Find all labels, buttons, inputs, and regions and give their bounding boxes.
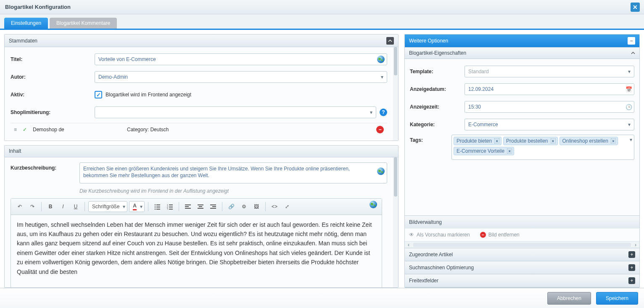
- expand-icon[interactable]: +: [628, 277, 635, 284]
- tag-label: Produkte bieten: [457, 138, 492, 144]
- svg-rect-19: [212, 206, 216, 207]
- fontsize-select[interactable]: Schriftgröße ▾: [88, 201, 127, 212]
- panel-header-seo[interactable]: Suchmaschinen Optimierung +: [405, 261, 639, 274]
- checkbox-aktiv[interactable]: ✓: [95, 91, 102, 98]
- expand-icon[interactable]: +: [628, 264, 635, 271]
- svg-point-2: [155, 206, 156, 207]
- cancel-button[interactable]: Abbrechen: [547, 292, 591, 305]
- label-tags: Tags:: [410, 135, 451, 143]
- chevron-down-icon: ▾: [628, 122, 631, 127]
- redo-button[interactable]: ↷: [27, 201, 38, 212]
- panel-bildverwaltung: Bildverwaltung 👁 Als Vorschau markieren …: [405, 215, 639, 248]
- align-left-button[interactable]: [182, 201, 193, 212]
- panel-header-weitere-optionen: Weitere Optionen −: [405, 35, 639, 47]
- label-shoplimitierung: Shoplimitierung:: [11, 109, 95, 115]
- input-titel[interactable]: [95, 53, 387, 65]
- italic-button[interactable]: I: [58, 201, 69, 212]
- collapse-button[interactable]: [386, 37, 394, 45]
- panel-header-inhalt: Inhalt: [5, 146, 398, 157]
- textarea-kurzbeschreibung[interactable]: [79, 162, 387, 183]
- tags-field[interactable]: ▾ Produkte bieten× Produkte bestellen× O…: [451, 135, 634, 160]
- fullscreen-button[interactable]: ⤢: [282, 201, 293, 212]
- panel-seo: Suchmaschinen Optimierung +: [405, 261, 639, 274]
- tag-remove-icon[interactable]: ×: [494, 138, 499, 143]
- tag-remove-icon[interactable]: ×: [551, 138, 556, 143]
- remove-image-button[interactable]: − Bild entfernen: [480, 232, 520, 238]
- svg-rect-20: [210, 208, 216, 209]
- input-anzeigedatum[interactable]: [465, 83, 634, 95]
- horizontal-scrollbar[interactable]: ‹ ›: [405, 241, 639, 248]
- combo-kategorie[interactable]: E-Commerce ▾: [465, 119, 634, 130]
- chevron-down-icon: ▾: [630, 137, 632, 143]
- right-column: Weitere Optionen − Blogartikel-Eigenscha…: [404, 34, 640, 288]
- svg-rect-16: [199, 206, 202, 207]
- align-center-button[interactable]: [195, 201, 206, 212]
- scrollbar[interactable]: [393, 47, 398, 141]
- tag-label: Onlineshop erstellen: [562, 138, 608, 144]
- calendar-icon[interactable]: 📅: [625, 85, 633, 93]
- rte-content[interactable]: Im heutigen, schnell wechselnden Leben h…: [11, 215, 382, 288]
- fontcolor-select[interactable]: A ▾: [129, 201, 145, 212]
- chevron-up-icon[interactable]: [631, 51, 635, 55]
- chevron-right-icon[interactable]: ›: [633, 242, 639, 248]
- combo-shoplimitierung[interactable]: ▾: [95, 106, 376, 118]
- unlink-button[interactable]: ⚙: [238, 201, 249, 212]
- svg-rect-1: [156, 204, 160, 205]
- panel-header-stammdaten: Stammdaten: [5, 35, 398, 47]
- save-button[interactable]: Speichern: [596, 292, 638, 305]
- section-label: Suchmaschinen Optimierung: [409, 265, 474, 271]
- svg-rect-12: [185, 204, 191, 205]
- help-icon[interactable]: ?: [380, 109, 387, 116]
- footer: Abbrechen Speichern: [0, 288, 644, 308]
- minimize-button[interactable]: −: [628, 37, 635, 45]
- globe-icon[interactable]: [370, 201, 377, 208]
- chevron-down-icon: ▾: [628, 69, 631, 74]
- list-ordered-button[interactable]: 123: [164, 201, 175, 212]
- image-button[interactable]: 🖼: [251, 201, 262, 212]
- chevron-left-icon[interactable]: ‹: [406, 242, 412, 248]
- label-aktiv: Aktiv:: [11, 92, 95, 98]
- close-button[interactable]: ✕: [631, 3, 640, 12]
- drag-handle-icon[interactable]: ≡: [14, 127, 17, 133]
- eye-icon: 👁: [409, 232, 414, 238]
- label-titel: Titel:: [11, 56, 95, 62]
- panel-inhalt: Inhalt Kurzbeschreibung: Die Kurzbes: [4, 145, 399, 288]
- section-label: Blogartikel-Eigenschaften: [409, 50, 466, 56]
- tag-remove-icon[interactable]: ×: [507, 149, 512, 154]
- window-title: Blogartikel Konfiguration: [5, 4, 71, 10]
- image-tools: 👁 Als Vorschau markieren − Bild entferne…: [405, 228, 639, 241]
- panel-freitextfelder: Freitextfelder +: [405, 274, 639, 287]
- panel-header-freitextfelder[interactable]: Freitextfelder +: [405, 274, 639, 287]
- check-icon: ✓: [23, 127, 27, 133]
- mark-preview-button[interactable]: 👁 Als Vorschau markieren: [409, 232, 470, 238]
- expand-icon[interactable]: +: [628, 251, 635, 258]
- chevron-down-icon: ▾: [123, 204, 125, 210]
- fontsize-label: Schriftgröße: [92, 204, 119, 210]
- globe-icon[interactable]: [377, 56, 385, 63]
- combo-template[interactable]: Standard ▾: [465, 66, 634, 77]
- source-button[interactable]: <>: [269, 201, 280, 212]
- tag-remove-icon[interactable]: ×: [611, 138, 616, 143]
- tag-label: Produkte bestellen: [506, 138, 548, 144]
- svg-text:3: 3: [167, 208, 168, 210]
- tab-blogartikel-kommentare[interactable]: Blogartikel Kommentare: [50, 18, 117, 29]
- input-anzeigezeit[interactable]: [465, 101, 634, 113]
- list-bullet-button[interactable]: [152, 201, 163, 212]
- scrollbar[interactable]: [393, 157, 398, 288]
- globe-icon[interactable]: [377, 167, 385, 175]
- link-button[interactable]: 🔗: [226, 201, 237, 212]
- remove-shop-button[interactable]: −: [376, 126, 384, 133]
- combo-autor[interactable]: Demo-Admin ▾: [95, 71, 387, 83]
- svg-rect-5: [156, 209, 160, 210]
- bold-button[interactable]: B: [45, 201, 56, 212]
- section-label: Freitextfelder: [409, 278, 438, 284]
- tab-einstellungen[interactable]: Einstellungen: [4, 18, 48, 29]
- align-right-button[interactable]: [208, 201, 219, 212]
- panel-weitere-optionen: Weitere Optionen − Blogartikel-Eigenscha…: [404, 34, 640, 288]
- undo-button[interactable]: ↶: [14, 201, 25, 212]
- tag-item: Produkte bestellen×: [503, 137, 557, 145]
- clock-icon[interactable]: 🕒: [625, 103, 633, 111]
- panel-stammdaten: Stammdaten Titel:: [4, 34, 399, 141]
- panel-header-zugeordnete-artikel[interactable]: Zugeordnete Artikel +: [405, 248, 639, 261]
- underline-button[interactable]: U: [70, 201, 81, 212]
